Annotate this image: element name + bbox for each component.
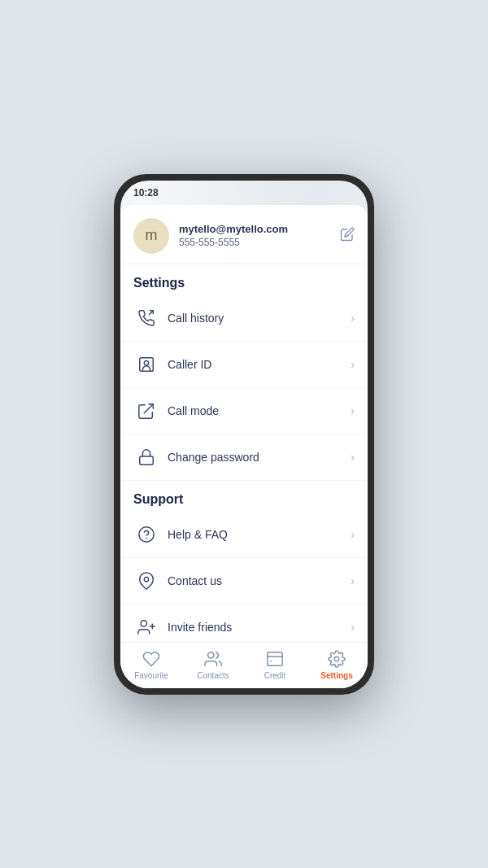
chevron-icon: › (351, 358, 355, 371)
change-password-label: Change password (168, 451, 351, 464)
menu-item-contact-us[interactable]: Contact us › (120, 558, 368, 604)
chevron-icon: › (351, 528, 355, 541)
call-history-label: Call history (168, 312, 351, 325)
help-faq-label: Help & FAQ (168, 528, 351, 541)
caller-id-icon (133, 351, 159, 377)
edit-profile-button[interactable] (340, 227, 355, 245)
phone-screen: 10:28 m mytello@mytello.com 555-555-5555 (120, 181, 368, 688)
support-section-title: Support (120, 481, 368, 512)
gear-icon (327, 649, 346, 669)
menu-item-help-faq[interactable]: Help & FAQ › (120, 512, 368, 558)
lock-icon (133, 444, 159, 470)
svg-rect-3 (140, 456, 154, 465)
profile-email: mytello@mytello.com (179, 223, 340, 235)
contact-icon (133, 568, 159, 594)
chevron-icon: › (351, 451, 355, 464)
person-icon (203, 649, 223, 669)
svg-rect-1 (140, 357, 154, 371)
nav-favourite-label: Favourite (134, 671, 168, 680)
call-mode-icon (133, 398, 159, 424)
menu-item-change-password[interactable]: Change password › (120, 434, 368, 481)
svg-point-6 (144, 577, 149, 582)
menu-item-call-mode[interactable]: Call mode › (120, 388, 368, 434)
invite-icon (133, 614, 159, 640)
profile-phone: 555-555-5555 (179, 237, 340, 248)
svg-point-4 (139, 526, 154, 541)
settings-section-title: Settings (120, 264, 368, 295)
bottom-navigation: Favourite Contacts Credit (120, 642, 368, 688)
nav-credit-label: Credit (264, 671, 286, 680)
chevron-icon: › (351, 312, 355, 325)
svg-point-2 (144, 360, 149, 365)
nav-contacts[interactable]: Contacts (189, 649, 237, 680)
nav-settings[interactable]: Settings (312, 649, 361, 680)
chevron-icon: › (351, 621, 355, 634)
scroll-area: m mytello@mytello.com 555-555-5555 Setti… (120, 205, 368, 642)
menu-item-call-history[interactable]: Call history › (120, 295, 368, 342)
help-icon (133, 521, 159, 547)
profile-info: mytello@mytello.com 555-555-5555 (179, 223, 340, 248)
call-mode-label: Call mode (168, 404, 351, 417)
chevron-icon: › (351, 404, 355, 417)
invite-friends-label: Invite friends (168, 621, 351, 634)
svg-point-16 (208, 652, 214, 657)
status-bar: 10:28 (120, 181, 368, 202)
svg-rect-17 (268, 652, 282, 665)
svg-point-20 (334, 656, 339, 661)
svg-point-7 (141, 620, 146, 626)
nav-credit[interactable]: Credit (251, 649, 299, 680)
contact-us-label: Contact us (168, 574, 351, 587)
nav-settings-label: Settings (320, 671, 352, 680)
phone-frame: 10:28 m mytello@mytello.com 555-555-5555 (114, 174, 374, 695)
menu-item-invite-friends[interactable]: Invite friends › (120, 604, 368, 642)
phone-history-icon (133, 305, 159, 331)
credit-icon (265, 649, 285, 669)
profile-section: m mytello@mytello.com 555-555-5555 (120, 205, 368, 264)
settings-section: Settings Call history › Caller ID › (120, 264, 368, 481)
menu-item-caller-id[interactable]: Caller ID › (120, 342, 368, 388)
caller-id-label: Caller ID (168, 358, 351, 371)
avatar: m (133, 218, 169, 254)
time-display: 10:28 (133, 187, 159, 198)
heart-icon (142, 649, 161, 669)
nav-contacts-label: Contacts (197, 671, 229, 680)
chevron-icon: › (351, 574, 355, 587)
support-section: Support Help & FAQ › Contact us › (120, 481, 368, 642)
nav-favourite[interactable]: Favourite (127, 649, 176, 680)
